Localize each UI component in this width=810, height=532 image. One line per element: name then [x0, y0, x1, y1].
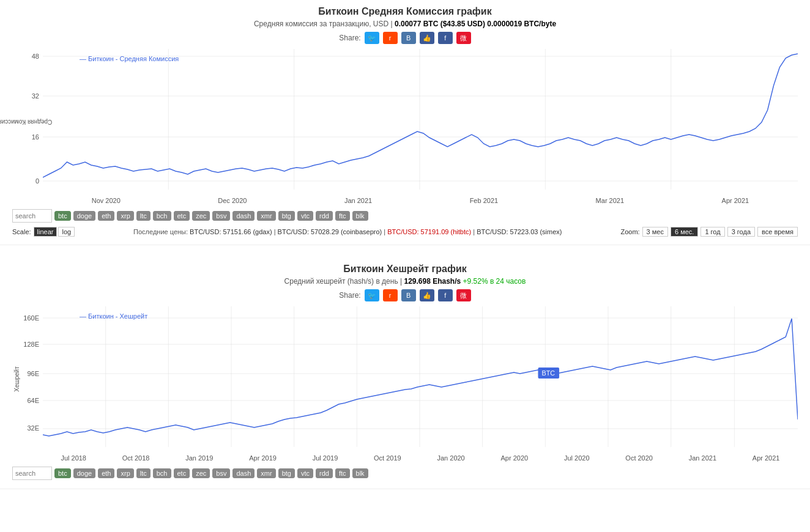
x-label-jan2019: Jan 2019: [185, 454, 213, 462]
y-label-16: 16: [32, 133, 39, 141]
y-label-0: 0: [35, 177, 39, 185]
chart2-section: Биткоин Хешрейт график Средний хешрейт (…: [0, 257, 810, 489]
chart1-svg-container: Биткоин - Средняя Комиссия: [43, 49, 798, 196]
coin-xmr-2[interactable]: xmr: [257, 468, 275, 478]
share-like-btn-2[interactable]: 👍: [420, 289, 434, 301]
share-twitter-btn-2[interactable]: 🐦: [365, 289, 379, 301]
share-vk-btn-2[interactable]: В: [401, 289, 416, 301]
coin-rdd-2[interactable]: rdd: [316, 468, 333, 478]
chart2-x-labels: Jul 2018 Oct 2018 Jan 2019 Apr 2019 Jul …: [43, 454, 798, 462]
coin-eth-2[interactable]: eth: [98, 468, 114, 478]
coin-btg-1[interactable]: btg: [278, 211, 295, 221]
coin-xmr-1[interactable]: xmr: [257, 211, 275, 221]
x-label-oct2020: Oct 2020: [625, 454, 653, 462]
price-hitbtc: BTC/USD: 57191.09 (hitbtc): [387, 228, 471, 235]
zoom-6m-1[interactable]: 6 мес.: [671, 227, 698, 237]
x-label-jul2019: Jul 2019: [313, 454, 338, 462]
scale-log-btn[interactable]: log: [58, 227, 75, 237]
share-like-btn[interactable]: 👍: [420, 32, 434, 44]
coin-bsv-2[interactable]: bsv: [212, 468, 230, 478]
price-gdax: BTC/USD: 57151.66 (gdax): [190, 228, 272, 235]
coin-doge-1[interactable]: doge: [73, 211, 95, 221]
share-weibo-btn-2[interactable]: 微: [456, 289, 471, 301]
x-label-oct2018: Oct 2018: [122, 454, 150, 462]
share-twitter-btn[interactable]: 🐦: [365, 32, 379, 44]
coin-zec-1[interactable]: zec: [192, 211, 210, 221]
share-weibo-btn[interactable]: 微: [456, 32, 471, 44]
chart1-subtitle: Средняя комиссия за транзакцию, USD | 0.…: [12, 20, 798, 28]
y-label-160e: 160E: [23, 314, 39, 322]
chart1-y-labels: 48 32 16 0 Средняя Комиссия, USD: [12, 49, 43, 196]
chart1-scale-prices-bar: Scale: linear log Последние цены: BTC/US…: [12, 225, 798, 238]
x-label-jul2018: Jul 2018: [61, 454, 86, 462]
chart1-search-input[interactable]: [12, 209, 52, 223]
chart2-bottom-bar: btc doge eth xrp ltc bch etc zec bsv das…: [12, 464, 798, 482]
coin-zec-2[interactable]: zec: [192, 468, 210, 478]
y-label-64e: 64E: [27, 397, 39, 404]
scale-linear-btn[interactable]: linear: [34, 227, 58, 237]
coin-etc-2[interactable]: etc: [174, 468, 190, 478]
chart2-value: 129.698 Ehash/s: [404, 277, 461, 286]
coin-ltc-1[interactable]: ltc: [136, 211, 150, 221]
chart1-prices: Последние цены: BTC/USD: 57151.66 (gdax)…: [75, 228, 620, 235]
zoom-3y-1[interactable]: 3 года: [727, 227, 755, 237]
coin-xrp-2[interactable]: xrp: [117, 468, 133, 478]
svg-text:BTC: BTC: [541, 369, 555, 377]
coin-vtc-2[interactable]: vtc: [297, 468, 313, 478]
coin-blk-2[interactable]: blk: [352, 468, 368, 478]
x-label-jan2021: Jan 2021: [344, 197, 372, 204]
x-label-dec2020: Dec 2020: [218, 197, 247, 204]
share-reddit-btn-2[interactable]: r: [383, 289, 398, 301]
coin-ftc-2[interactable]: ftc: [335, 468, 350, 478]
chart2-outer: 160E 128E 96E 64E 32E Хешрейт Биткоин - …: [12, 306, 798, 453]
share-fb-btn-2[interactable]: f: [438, 289, 453, 301]
chart2-y-labels: 160E 128E 96E 64E 32E Хешрейт: [12, 306, 43, 453]
x-label-apr2021: Apr 2021: [722, 197, 749, 204]
chart2-share-bar: Share: 🐦 r В 👍 f 微: [12, 289, 798, 301]
chart2-share-label: Share:: [339, 291, 360, 300]
zoom-all-1[interactable]: все время: [757, 227, 798, 237]
price-coinbasepro: BTC/USD: 57028.29 (coinbasepro): [278, 228, 382, 235]
coin-xrp-1[interactable]: xrp: [117, 211, 133, 221]
chart2-change: +9.52% в 24 часов: [463, 277, 526, 286]
section-divider: [0, 245, 810, 257]
coin-etc-1[interactable]: etc: [174, 211, 190, 221]
coin-vtc-1[interactable]: vtc: [297, 211, 313, 221]
chart2-search-input[interactable]: [12, 467, 52, 480]
coin-bch-2[interactable]: bch: [153, 468, 171, 478]
coin-bch-1[interactable]: bch: [153, 211, 171, 221]
x-label-apr2020: Apr 2020: [501, 454, 529, 462]
coin-bsv-1[interactable]: bsv: [212, 211, 230, 221]
y-label-32: 32: [32, 92, 39, 100]
coin-btg-2[interactable]: btg: [278, 468, 295, 478]
share-vk-btn[interactable]: В: [401, 32, 416, 44]
chart1-share-label: Share:: [339, 34, 360, 42]
coin-blk-1[interactable]: blk: [352, 211, 368, 221]
coin-dash-2[interactable]: dash: [232, 468, 255, 478]
chart2-subtitle: Средний хешрейт (hash/s) в день | 129.69…: [12, 277, 798, 286]
x-label-feb2021: Feb 2021: [470, 197, 498, 204]
x-label-mar2021: Mar 2021: [596, 197, 624, 204]
coin-dash-1[interactable]: dash: [232, 211, 255, 221]
x-label-jul2020: Jul 2020: [564, 454, 590, 462]
chart1-section: Биткоин Средняя Комиссия график Средняя …: [0, 0, 810, 245]
coin-ltc-2[interactable]: ltc: [136, 468, 150, 478]
coin-ftc-1[interactable]: ftc: [335, 211, 350, 221]
y-label-48: 48: [32, 53, 39, 60]
x-label-apr2019: Apr 2019: [249, 454, 277, 462]
scale-label-1: Scale:: [12, 228, 31, 235]
coin-btc-1[interactable]: btc: [54, 211, 71, 221]
chart1-value: 0.00077 BTC ($43.85 USD) 0.0000019 BTC/b…: [395, 20, 556, 28]
coin-doge-2[interactable]: doge: [73, 468, 95, 478]
share-reddit-btn[interactable]: r: [383, 32, 398, 44]
coin-eth-1[interactable]: eth: [98, 211, 114, 221]
coin-btc-2[interactable]: btc: [54, 468, 71, 478]
chart1-bottom-bar: btc doge eth xrp ltc bch etc zec bsv das…: [12, 207, 798, 225]
zoom-1y-1[interactable]: 1 год: [700, 227, 724, 237]
coin-rdd-1[interactable]: rdd: [316, 211, 333, 221]
share-fb-btn[interactable]: f: [438, 32, 453, 44]
zoom-3m-1[interactable]: 3 мес: [642, 227, 668, 237]
chart1-share-bar: Share: 🐦 r В 👍 f 微: [12, 32, 798, 44]
x-label-nov2020: Nov 2020: [92, 197, 121, 204]
price-simex: BTC/USD: 57223.03 (simex): [477, 228, 562, 235]
